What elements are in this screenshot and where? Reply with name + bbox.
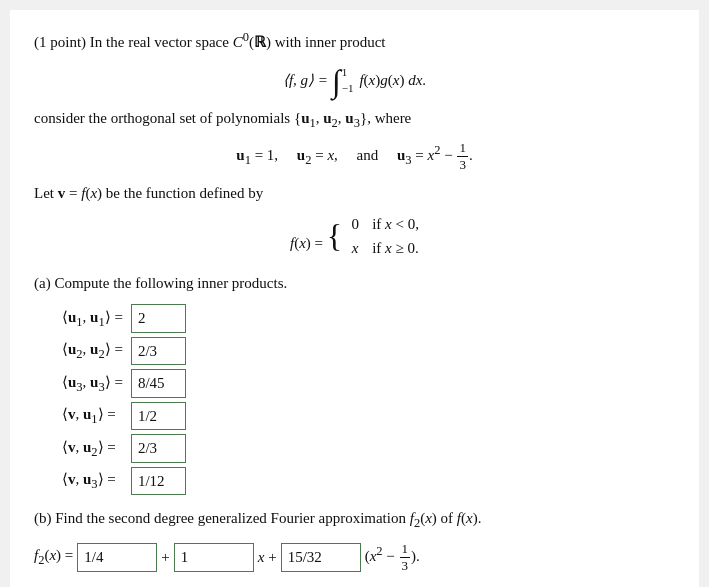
poly-u1: u1 = 1, bbox=[236, 147, 278, 163]
piecewise-row-2: x if x ≥ 0. bbox=[348, 237, 419, 260]
table-row: ⟨u1, u1⟩ = 2 bbox=[58, 302, 190, 335]
ip-label-2: ⟨u3, u3⟩ = bbox=[58, 367, 127, 400]
piecewise-cases: 0 if x < 0, x if x ≥ 0. bbox=[348, 213, 419, 260]
fourier-plus-1: + bbox=[161, 546, 169, 569]
inner-products-table: ⟨u1, u1⟩ = 2 ⟨u2, u2⟩ = 2/3 ⟨u3, u3⟩ = 8… bbox=[58, 302, 190, 497]
ip-answer-3: 1/2 bbox=[127, 400, 190, 433]
ip-label-1: ⟨u2, u2⟩ = bbox=[58, 335, 127, 368]
fourier-a1-box[interactable]: 1 bbox=[174, 543, 254, 572]
table-row: ⟨u3, u3⟩ = 8/45 bbox=[58, 367, 190, 400]
integrand: f(x)g(x) dx. bbox=[359, 69, 426, 92]
ip-label-0: ⟨u1, u1⟩ = bbox=[58, 302, 127, 335]
fx-label: f(x) = bbox=[290, 234, 323, 250]
case1-value: 0 bbox=[348, 213, 362, 236]
open-brace: { bbox=[327, 220, 342, 252]
table-row: ⟨v, u1⟩ = 1/2 bbox=[58, 400, 190, 433]
answer-box-4[interactable]: 2/3 bbox=[131, 434, 186, 463]
ortho-intro: consider the orthogonal set of polynomia… bbox=[34, 107, 675, 133]
part-a-label: (a) Compute the following inner products… bbox=[34, 272, 675, 295]
poly-definitions: u1 = 1, u2 = x, and u3 = x2 − 1 3 . bbox=[34, 140, 675, 172]
header-text: (1 point) In the real vector space C0(ℝ)… bbox=[34, 34, 386, 50]
ip-answer-5: 1/12 bbox=[127, 465, 190, 498]
table-row: ⟨v, u2⟩ = 2/3 bbox=[58, 432, 190, 465]
function-def-text: Let v = f(x) be the function defined by bbox=[34, 182, 675, 205]
fourier-line: f2(x) = 1/4 + 1 x + 15/32 (x2 − 1 3 ). bbox=[34, 541, 675, 573]
answer-box-5[interactable]: 1/12 bbox=[131, 467, 186, 496]
case2-condition: if x ≥ 0. bbox=[372, 237, 419, 260]
poly-and: and bbox=[357, 147, 379, 163]
page: (1 point) In the real vector space C0(ℝ)… bbox=[10, 10, 699, 587]
ip-answer-0: 2 bbox=[127, 302, 190, 335]
case1-condition: if x < 0, bbox=[372, 213, 419, 236]
integral-limits: 1 −1 bbox=[342, 64, 354, 97]
fourier-poly: (x2 − 1 3 ). bbox=[365, 541, 420, 573]
ip-label-3: ⟨v, u1⟩ = bbox=[58, 400, 127, 433]
answer-box-2[interactable]: 8/45 bbox=[131, 369, 186, 398]
answer-box-3[interactable]: 1/2 bbox=[131, 402, 186, 431]
piecewise-container: { 0 if x < 0, x if x ≥ 0. bbox=[327, 213, 419, 260]
problem-header: (1 point) In the real vector space C0(ℝ)… bbox=[34, 28, 675, 54]
ip-answer-4: 2/3 bbox=[127, 432, 190, 465]
fourier-a0-box[interactable]: 1/4 bbox=[77, 543, 157, 572]
integral-sign: ∫ bbox=[332, 65, 341, 97]
inner-product-label: ⟨f, g⟩ = bbox=[283, 69, 328, 92]
poly-u3: u3 = x2 − 1 3 . bbox=[397, 147, 473, 163]
ip-answer-1: 2/3 bbox=[127, 335, 190, 368]
fourier-a2-box[interactable]: 15/32 bbox=[281, 543, 361, 572]
answer-box-0[interactable]: 2 bbox=[131, 304, 186, 333]
ip-label-4: ⟨v, u2⟩ = bbox=[58, 432, 127, 465]
poly-u2: u2 = x, bbox=[297, 147, 338, 163]
fourier-x: x + bbox=[258, 546, 277, 569]
piecewise-row-1: 0 if x < 0, bbox=[348, 213, 419, 236]
ip-answer-2: 8/45 bbox=[127, 367, 190, 400]
table-row: ⟨u2, u2⟩ = 2/3 bbox=[58, 335, 190, 368]
part-b-label: (b) Find the second degree generalized F… bbox=[34, 507, 675, 533]
fourier-lhs: f2(x) = bbox=[34, 544, 73, 570]
piecewise-block: f(x) = { 0 if x < 0, x if x ≥ 0. bbox=[34, 213, 675, 260]
answer-box-1[interactable]: 2/3 bbox=[131, 337, 186, 366]
integral-display: ⟨f, g⟩ = ∫ 1 −1 f(x)g(x) dx. bbox=[34, 64, 675, 97]
ip-label-5: ⟨v, u3⟩ = bbox=[58, 465, 127, 498]
case2-value: x bbox=[348, 237, 362, 260]
table-row: ⟨v, u3⟩ = 1/12 bbox=[58, 465, 190, 498]
